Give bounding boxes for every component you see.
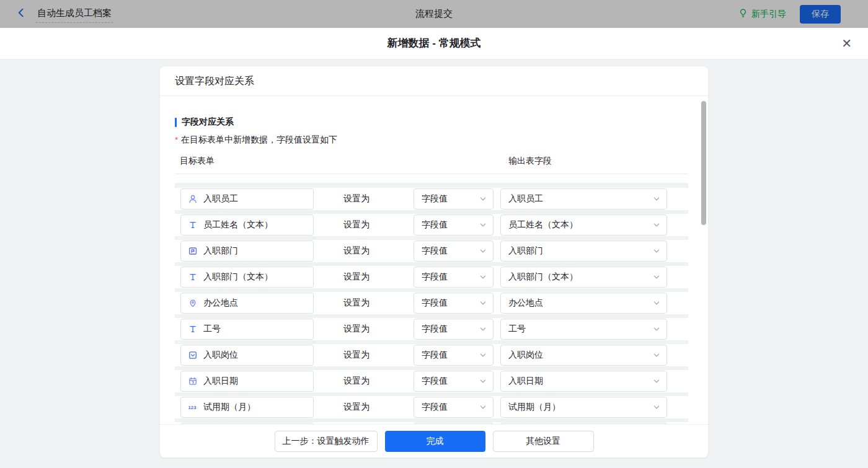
- lightbulb-icon: [738, 8, 748, 20]
- chevron-down-icon: [479, 351, 487, 359]
- chevron-down-icon: [479, 377, 487, 385]
- output-field-select[interactable]: 入职员工: [500, 188, 667, 210]
- field-mapping-row: 员工姓名（文本） 设置为 字段值 员工姓名（文本）: [175, 214, 688, 236]
- chevron-down-icon: [653, 404, 660, 411]
- value-mode-select[interactable]: 字段值: [414, 371, 494, 392]
- section-title: 字段对应关系: [182, 117, 234, 128]
- date-icon: [188, 376, 198, 386]
- set-as-label: 设置为: [343, 193, 370, 205]
- value-mode-select[interactable]: 字段值: [414, 293, 494, 314]
- field-chip[interactable]: 工号: [180, 319, 314, 340]
- chevron-down-icon: [653, 273, 660, 281]
- chevron-down-icon: [479, 247, 487, 255]
- modal-title: 新增数据 - 常规模式: [0, 28, 868, 59]
- workflow-topbar: 自动生成员工档案 流程提交 新手引导 保存: [0, 0, 868, 28]
- field-label: 员工姓名（文本）: [203, 219, 273, 231]
- previous-step-button[interactable]: 上一步：设置触发动作: [275, 431, 378, 452]
- required-note: 在目标表单中新增数据，字段值设置如下: [181, 135, 337, 146]
- field-mapping-row: 入职员工 设置为 字段值 入职员工: [175, 188, 688, 210]
- value-mode-select[interactable]: 字段值: [414, 397, 494, 418]
- field-mapping-row: 工号 设置为 字段值 工号: [175, 318, 688, 340]
- field-label: 入职日期: [203, 376, 238, 387]
- number-icon: 123: [188, 402, 198, 412]
- select-icon: [188, 350, 198, 360]
- output-field-select[interactable]: 入职部门（文本）: [500, 267, 667, 288]
- text-icon: [188, 272, 198, 282]
- value-mode-select[interactable]: 字段值: [414, 188, 494, 210]
- field-chip[interactable]: 入职部门: [180, 241, 314, 262]
- chevron-down-icon: [653, 325, 660, 333]
- set-as-label: 设置为: [343, 298, 370, 309]
- card-footer: 上一步：设置触发动作 完成 其他设置: [160, 424, 708, 457]
- location-icon: [188, 298, 198, 308]
- chevron-down-icon: [479, 404, 487, 411]
- chevron-down-icon: [653, 377, 660, 385]
- value-mode-select[interactable]: 字段值: [414, 345, 494, 366]
- chevron-down-icon: [479, 273, 487, 281]
- set-as-label: 设置为: [343, 376, 370, 387]
- member-icon: [188, 194, 198, 204]
- field-chip[interactable]: 办公地点: [180, 293, 314, 314]
- field-chip[interactable]: 入职日期: [180, 371, 314, 392]
- chevron-down-icon: [479, 325, 487, 333]
- field-mapping-row: 入职部门（文本） 设置为 字段值 入职部门（文本）: [175, 266, 688, 288]
- value-mode-select[interactable]: 字段值: [414, 241, 494, 262]
- chevron-down-icon: [479, 195, 487, 203]
- field-label: 入职部门: [203, 245, 238, 257]
- other-settings-button[interactable]: 其他设置: [493, 431, 594, 452]
- value-mode-select[interactable]: 字段值: [414, 214, 494, 236]
- chevron-down-icon: [479, 221, 487, 229]
- chevron-down-icon: [653, 247, 660, 255]
- field-chip[interactable]: 入职员工: [180, 188, 314, 210]
- section-accent-bar: [175, 118, 177, 127]
- field-label: 入职员工: [203, 193, 238, 205]
- chevron-down-icon: [653, 351, 660, 359]
- output-field-select[interactable]: 员工姓名（文本）: [500, 214, 667, 236]
- value-mode-select[interactable]: 字段值: [414, 267, 494, 288]
- scrollbar-thumb[interactable]: [701, 101, 706, 225]
- field-mapping-list: 入职员工 设置为 字段值 入职员工 员工姓名（文本） 设置为 字段值 员工姓名（…: [175, 183, 688, 426]
- output-field-select[interactable]: 入职部门: [500, 241, 667, 262]
- set-as-label: 设置为: [343, 245, 370, 257]
- chevron-down-icon: [653, 221, 660, 229]
- value-mode-select[interactable]: 字段值: [414, 319, 494, 340]
- close-icon[interactable]: ✕: [841, 35, 852, 51]
- field-mapping-row: 入职日期 设置为 字段值 入职日期: [175, 370, 688, 392]
- field-chip[interactable]: 员工姓名（文本）: [180, 214, 314, 236]
- field-mapping-card: 设置字段对应关系 字段对应关系 * 在目标表单中新增数据，字段值设置如下 目标表…: [160, 66, 708, 457]
- output-field-select[interactable]: 工号: [500, 319, 667, 340]
- set-as-label: 设置为: [343, 219, 370, 231]
- newbie-guide-link[interactable]: 新手引导: [738, 8, 786, 20]
- svg-text:123: 123: [188, 405, 197, 410]
- field-label: 工号: [203, 324, 221, 335]
- set-as-label: 设置为: [343, 402, 370, 413]
- chevron-down-icon: [653, 299, 660, 307]
- required-asterisk: *: [175, 135, 178, 144]
- column-header-output-field: 输出表字段: [508, 156, 552, 167]
- save-button[interactable]: 保存: [800, 5, 841, 24]
- set-as-label: 设置为: [343, 324, 370, 335]
- output-field-select[interactable]: 入职日期: [500, 371, 667, 392]
- card-title: 设置字段对应关系: [160, 66, 708, 96]
- chevron-down-icon: [479, 299, 487, 307]
- set-as-label: 设置为: [343, 350, 370, 361]
- output-field-select[interactable]: 入职岗位: [500, 345, 667, 366]
- output-field-select[interactable]: 办公地点: [500, 293, 667, 314]
- column-header-target-form: 目标表单: [180, 156, 508, 167]
- field-chip[interactable]: 123 试用期（月）: [180, 397, 314, 418]
- done-button[interactable]: 完成: [385, 431, 485, 452]
- page-title: 流程提交: [0, 8, 868, 20]
- modal-header: 新增数据 - 常规模式 ✕: [0, 28, 868, 60]
- set-as-label: 设置为: [343, 272, 370, 283]
- field-label: 试用期（月）: [203, 402, 255, 413]
- field-label: 入职岗位: [203, 350, 238, 361]
- field-label: 入职部门（文本）: [203, 272, 273, 283]
- field-chip[interactable]: 入职岗位: [180, 345, 314, 366]
- field-chip[interactable]: 入职部门（文本）: [180, 267, 314, 288]
- department-icon: [188, 246, 198, 256]
- chevron-down-icon: [653, 195, 660, 203]
- field-mapping-row: 入职部门 设置为 字段值 入职部门: [175, 240, 688, 262]
- newbie-guide-label: 新手引导: [751, 9, 786, 20]
- output-field-select[interactable]: 试用期（月）: [500, 397, 667, 418]
- field-label: 办公地点: [203, 298, 238, 309]
